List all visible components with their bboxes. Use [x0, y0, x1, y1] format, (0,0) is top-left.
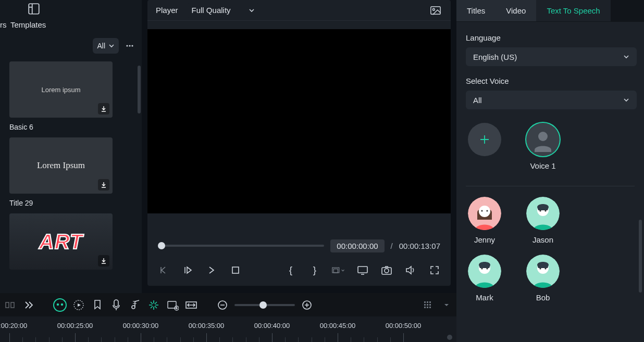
zoom-handle[interactable]: [259, 301, 267, 309]
ruler-tick-minor: [180, 337, 181, 342]
voice-item-mark[interactable]: Mark: [468, 255, 501, 302]
speed-icon: [73, 299, 84, 311]
marker-button[interactable]: [91, 298, 104, 312]
add-marker-button[interactable]: [166, 298, 179, 312]
speed-button[interactable]: [72, 298, 85, 312]
chevron-down-icon: [249, 7, 255, 14]
language-dropdown[interactable]: English (US): [466, 47, 637, 66]
tab-strip-filler: [611, 0, 644, 21]
camera-icon: [381, 265, 392, 275]
quality-dropdown[interactable]: Full Quality: [188, 3, 259, 18]
voice-item-jenny[interactable]: Jenny: [468, 197, 501, 244]
snapshot-button[interactable]: [429, 4, 442, 17]
sidebar-scrollbar[interactable]: [138, 66, 141, 113]
ruler-tick-minor: [219, 337, 220, 342]
voice-item-jason[interactable]: Jason: [526, 197, 560, 244]
tab-video[interactable]: Video: [496, 0, 536, 21]
ruler-tick-minor: [22, 337, 23, 342]
template-item[interactable]: Lorem Ipsum Title 29: [9, 137, 137, 207]
right-panel-scrollbar[interactable]: [639, 220, 642, 293]
ai-assistant-button[interactable]: [53, 298, 67, 312]
plus-icon: [478, 133, 491, 146]
svg-rect-55: [424, 307, 426, 308]
download-button[interactable]: [98, 255, 109, 267]
more-horizontal-icon: [125, 41, 134, 50]
time-separator: /: [391, 242, 393, 250]
voice-filter-dropdown[interactable]: All: [466, 91, 637, 109]
zoom-in-button[interactable]: [300, 298, 314, 312]
fit-width-button[interactable]: [184, 298, 198, 312]
expand-toolbar-button[interactable]: [22, 298, 35, 312]
svg-point-5: [131, 45, 133, 46]
svg-rect-13: [358, 267, 367, 273]
next-frame-button[interactable]: [205, 263, 218, 277]
plus-circle-icon: [302, 300, 312, 310]
custom-voice-item[interactable]: Voice 1: [526, 123, 560, 170]
ruler-tick-minor: [298, 337, 299, 342]
snapshot-button-2[interactable]: [380, 263, 393, 277]
stop-button[interactable]: [229, 263, 242, 277]
seek-bar[interactable]: [158, 245, 324, 247]
ruler-tick-minor: [259, 337, 259, 342]
mark-out-button[interactable]: }: [308, 263, 321, 277]
voice-record-button[interactable]: [109, 298, 123, 312]
download-button[interactable]: [98, 179, 109, 191]
voice-item-bob[interactable]: Bob: [526, 255, 560, 302]
zoom-slider[interactable]: [234, 304, 295, 306]
svg-point-4: [129, 45, 130, 46]
track-size-button[interactable]: [421, 298, 435, 312]
ruler-tick-minor: [154, 337, 154, 342]
select-voice-label: Select Voice: [466, 77, 635, 85]
cut-left-button[interactable]: [3, 298, 17, 312]
stop-icon: [231, 265, 240, 275]
ruler-tick-minor: [35, 337, 36, 342]
ruler-tick-major: [206, 333, 207, 342]
templates-icon[interactable]: [27, 2, 41, 16]
audio-mixer-button[interactable]: [128, 298, 142, 312]
zoom-out-button[interactable]: [216, 298, 229, 312]
svg-rect-50: [427, 301, 428, 303]
add-voice-button[interactable]: [468, 123, 501, 156]
prev-frame-button[interactable]: [157, 263, 170, 277]
image-icon: [430, 5, 441, 16]
mark-in-button[interactable]: {: [284, 263, 298, 277]
tab-text-to-speech[interactable]: Text To Speech: [536, 0, 610, 21]
svg-rect-0: [29, 4, 39, 14]
voice-name: Bob: [536, 293, 550, 302]
download-button[interactable]: [98, 103, 109, 115]
frame-add-icon: [166, 299, 179, 311]
mic-icon: [112, 299, 121, 311]
svg-point-24: [539, 210, 541, 211]
more-options-button[interactable]: [122, 38, 138, 54]
seek-handle[interactable]: [158, 242, 165, 249]
tab-templates[interactable]: Templates: [3, 17, 53, 32]
tab-titles[interactable]: Titles: [456, 0, 496, 21]
video-canvas[interactable]: [147, 29, 451, 213]
play-button[interactable]: [181, 263, 194, 277]
ruler-tick-major: [272, 333, 273, 342]
bookmark-icon: [93, 299, 102, 311]
ruler-tick-minor: [49, 337, 49, 342]
auto-enhance-button[interactable]: [147, 298, 160, 312]
template-item[interactable]: Lorem ipsum Basic 6: [9, 61, 137, 131]
svg-rect-34: [6, 302, 9, 308]
template-filter-dropdown[interactable]: All: [93, 38, 119, 54]
template-item[interactable]: ART: [9, 213, 137, 270]
svg-point-3: [126, 45, 128, 46]
minus-circle-icon: [217, 300, 228, 310]
svg-rect-57: [429, 307, 431, 308]
template-preview-text: ART: [39, 230, 83, 254]
fullscreen-button[interactable]: [428, 263, 441, 277]
crop-dropdown-button[interactable]: [332, 263, 345, 277]
svg-rect-10: [232, 267, 239, 273]
svg-rect-6: [431, 6, 440, 14]
step-back-icon: [158, 265, 169, 275]
avatar-male-icon: [526, 255, 560, 288]
player-panel: Player Full Quality 00:00:00:00 / 00:00:…: [147, 0, 451, 286]
svg-point-33: [544, 268, 546, 269]
volume-button[interactable]: [404, 263, 417, 277]
track-size-dropdown[interactable]: [440, 298, 453, 312]
display-button[interactable]: [356, 263, 369, 277]
timeline-mini-scroll[interactable]: [447, 335, 452, 340]
timeline-ruler[interactable]: 00:00:20:0000:00:25:0000:00:30:0000:00:3…: [0, 316, 456, 342]
